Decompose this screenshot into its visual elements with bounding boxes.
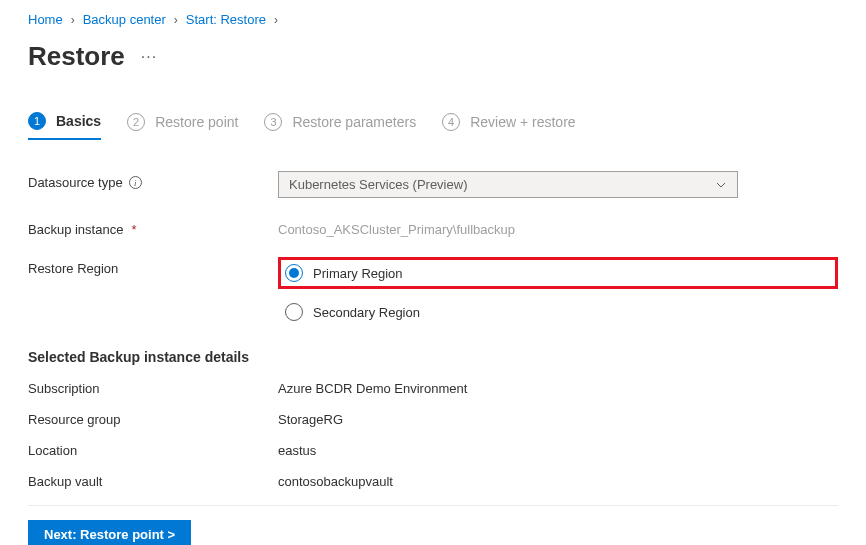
subscription-value: Azure BCDR Demo Environment xyxy=(278,381,467,396)
chevron-right-icon: › xyxy=(71,13,75,27)
location-label: Location xyxy=(28,443,278,458)
resource-group-label: Resource group xyxy=(28,412,278,427)
highlight-box: Primary Region xyxy=(278,257,838,289)
backup-vault-value: contosobackupvault xyxy=(278,474,393,489)
radio-icon xyxy=(285,303,303,321)
backup-instance-row: Backup instance * Contoso_AKSCluster_Pri… xyxy=(28,218,838,237)
chevron-right-icon: › xyxy=(274,13,278,27)
footer: Next: Restore point > xyxy=(28,505,838,545)
radio-label: Primary Region xyxy=(313,266,403,281)
breadcrumb-backup-center[interactable]: Backup center xyxy=(83,12,166,27)
breadcrumb: Home › Backup center › Start: Restore › xyxy=(28,12,838,27)
subscription-row: Subscription Azure BCDR Demo Environment xyxy=(28,381,838,396)
location-value: eastus xyxy=(278,443,316,458)
chevron-right-icon: › xyxy=(174,13,178,27)
tab-label: Restore parameters xyxy=(292,114,416,130)
restore-region-radio-group: Primary Region Secondary Region xyxy=(278,257,838,321)
tab-restore-parameters[interactable]: 3 Restore parameters xyxy=(264,112,416,140)
location-row: Location eastus xyxy=(28,443,838,458)
radio-secondary-region[interactable]: Secondary Region xyxy=(285,303,838,321)
datasource-type-label: Datasource type i xyxy=(28,171,278,190)
step-number: 1 xyxy=(28,112,46,130)
radio-label: Secondary Region xyxy=(313,305,420,320)
backup-vault-row: Backup vault contosobackupvault xyxy=(28,474,838,489)
next-restore-point-button[interactable]: Next: Restore point > xyxy=(28,520,191,545)
more-options-icon[interactable]: ··· xyxy=(141,48,157,66)
radio-primary-region[interactable]: Primary Region xyxy=(285,264,403,282)
step-number: 4 xyxy=(442,113,460,131)
tab-label: Restore point xyxy=(155,114,238,130)
wizard-tabs: 1 Basics 2 Restore point 3 Restore param… xyxy=(28,112,838,141)
page-title: Restore xyxy=(28,41,125,72)
radio-icon xyxy=(285,264,303,282)
datasource-type-select[interactable]: Kubernetes Services (Preview) xyxy=(278,171,738,198)
tab-label: Basics xyxy=(56,113,101,129)
restore-region-row: Restore Region Primary Region Secondary … xyxy=(28,257,838,321)
tab-restore-point[interactable]: 2 Restore point xyxy=(127,112,238,140)
info-icon[interactable]: i xyxy=(129,176,142,189)
subscription-label: Subscription xyxy=(28,381,278,396)
select-value: Kubernetes Services (Preview) xyxy=(289,177,467,192)
page-header: Restore ··· xyxy=(28,41,838,72)
backup-vault-label: Backup vault xyxy=(28,474,278,489)
required-indicator: * xyxy=(131,222,136,237)
chevron-down-icon xyxy=(715,179,727,191)
tab-label: Review + restore xyxy=(470,114,575,130)
instance-details-heading: Selected Backup instance details xyxy=(28,349,838,365)
step-number: 3 xyxy=(264,113,282,131)
restore-region-label: Restore Region xyxy=(28,257,278,276)
backup-instance-label: Backup instance * xyxy=(28,218,278,237)
resource-group-row: Resource group StorageRG xyxy=(28,412,838,427)
breadcrumb-start-restore[interactable]: Start: Restore xyxy=(186,12,266,27)
breadcrumb-home[interactable]: Home xyxy=(28,12,63,27)
tab-review-restore[interactable]: 4 Review + restore xyxy=(442,112,575,140)
datasource-type-row: Datasource type i Kubernetes Services (P… xyxy=(28,171,838,198)
resource-group-value: StorageRG xyxy=(278,412,343,427)
tab-basics[interactable]: 1 Basics xyxy=(28,112,101,140)
backup-instance-value: Contoso_AKSCluster_Primary\fullbackup xyxy=(278,218,838,237)
step-number: 2 xyxy=(127,113,145,131)
